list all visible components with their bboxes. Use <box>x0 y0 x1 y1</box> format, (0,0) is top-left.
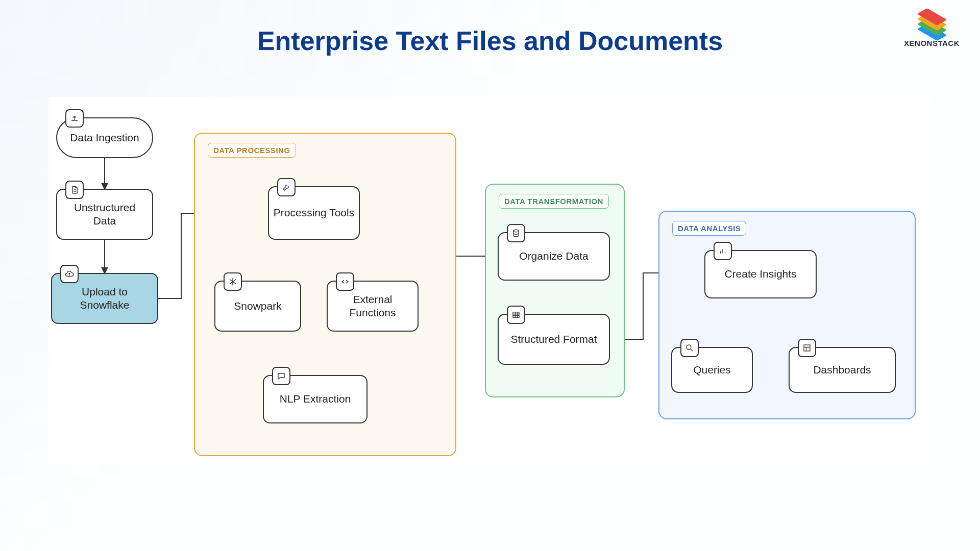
group-label-transformation: DATA TRANSFORMATION <box>499 194 609 209</box>
chart-icon <box>714 242 732 260</box>
node-nlp-extraction: NLP Extraction <box>263 375 368 423</box>
wrench-icon <box>277 178 296 196</box>
page-title: Enterprise Text Files and Documents <box>0 26 980 56</box>
database-icon <box>507 224 525 242</box>
svg-rect-1 <box>513 312 519 318</box>
node-data-ingestion: Data Ingestion <box>56 117 153 158</box>
brand-name: XENONSTACK <box>904 39 960 47</box>
svg-point-2 <box>687 345 691 349</box>
node-label: Queries <box>693 363 731 377</box>
code-icon <box>336 272 354 291</box>
node-upload-to-snowflake: Upload to Snowflake <box>51 273 158 324</box>
node-label: Create Insights <box>724 267 796 281</box>
layout-icon <box>798 339 816 357</box>
node-label: Dashboards <box>813 363 871 377</box>
document-icon <box>65 181 84 199</box>
node-create-insights: Create Insights <box>704 250 817 298</box>
node-organize-data: Organize Data <box>498 232 610 281</box>
node-external-functions: External Functions <box>327 281 419 332</box>
brand-logo: XENONSTACK <box>904 10 960 47</box>
logo-stack-icon <box>919 10 945 36</box>
svg-point-0 <box>513 230 519 232</box>
node-label: Processing Tools <box>274 206 354 219</box>
search-icon <box>680 339 699 357</box>
group-label-analysis: DATA ANALYSIS <box>672 221 746 236</box>
node-label: NLP Extraction <box>280 392 351 406</box>
node-label: Snowpark <box>234 299 281 313</box>
snowflake-icon <box>224 272 242 291</box>
node-queries: Queries <box>671 347 753 393</box>
svg-rect-3 <box>804 345 810 351</box>
group-label-processing: DATA PROCESSING <box>208 143 296 158</box>
node-dashboards: Dashboards <box>789 347 896 393</box>
node-label: Unstructured Data <box>61 201 148 228</box>
diagram-canvas: DATA PROCESSING DATA TRANSFORMATION DATA… <box>48 97 932 464</box>
chat-icon <box>272 367 290 385</box>
node-label: Organize Data <box>519 249 588 263</box>
node-unstructured-data: Unstructured Data <box>56 189 153 240</box>
node-snowpark: Snowpark <box>214 281 301 332</box>
upload-icon <box>65 109 84 128</box>
cloud-upload-icon <box>60 265 79 283</box>
node-label: Upload to Snowflake <box>56 285 153 312</box>
node-processing-tools: Processing Tools <box>268 186 360 240</box>
node-label: External Functions <box>332 293 413 320</box>
table-icon <box>507 306 525 324</box>
node-structured-format: Structured Format <box>498 314 610 365</box>
node-label: Data Ingestion <box>70 131 139 144</box>
node-label: Structured Format <box>510 333 597 346</box>
group-data-transformation: DATA TRANSFORMATION <box>485 184 625 397</box>
